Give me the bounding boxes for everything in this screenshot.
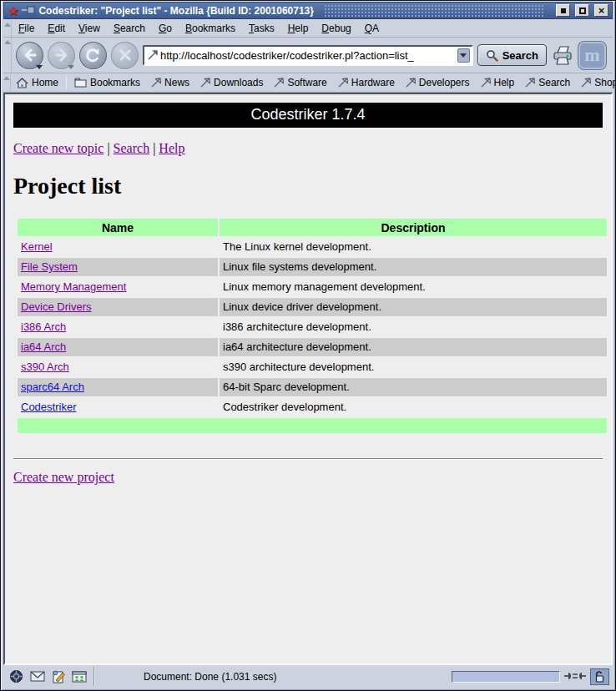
maximize-icon [579,8,586,14]
page-content: Codestriker 1.7.4 Create new topic | Sea… [3,93,613,665]
stop-button[interactable] [111,42,139,69]
table-row: Codestriker Codestriker development. [18,398,607,416]
bookmark-tag-icon [524,78,535,88]
bookmark-item-help[interactable]: Help [475,75,520,90]
back-dropdown-icon[interactable] [36,65,43,69]
url-bar[interactable] [143,45,473,66]
bookmark-item-search[interactable]: Search [519,75,575,90]
address-book-icon[interactable] [71,669,87,683]
title-bar[interactable]: ★ Codestriker: "Project list" - Mozilla … [3,2,613,19]
titlebar-texture [324,4,544,17]
composer-icon[interactable] [50,669,66,683]
navigation-toolbar: Search m [3,38,613,73]
menu-debug[interactable]: Debug [315,20,357,37]
back-button[interactable] [16,42,43,69]
bookmark-link-icon [147,49,159,61]
menu-help[interactable]: Help [281,20,316,37]
project-link[interactable]: File System [21,260,78,273]
url-input[interactable] [160,49,456,62]
bookmark-item-news[interactable]: News [145,75,194,90]
bookmark-label: Search [538,77,570,88]
home-icon [16,78,28,88]
menu-view[interactable]: View [72,20,107,37]
search-link[interactable]: Search [114,141,150,155]
bookmark-tag-icon [580,78,591,88]
table-row: i386 Arch i386 architecture development. [18,318,607,336]
bookmark-item-downloads[interactable]: Downloads [194,75,268,90]
bookmark-item-developers[interactable]: Developers [400,75,475,90]
project-link[interactable]: i386 Arch [21,320,66,333]
project-link[interactable]: Kernel [21,240,53,253]
table-row: Kernel The Linux kernel development. [18,238,607,256]
bookmark-label: Downloads [214,77,263,88]
close-button[interactable]: × [594,4,608,17]
bookmark-tag-icon [199,78,210,88]
project-description: Linux device driver development. [220,298,607,316]
close-icon: × [598,7,605,15]
menu-edit[interactable]: Edit [41,20,72,37]
create-new-project-link[interactable]: Create new project [13,470,114,484]
component-bar [5,667,94,686]
bookmark-item-shop[interactable]: Shop [575,75,616,90]
bookmark-label: Shop [594,77,616,88]
unlocked-padlock-icon [594,671,605,683]
search-button[interactable]: Search [477,44,547,66]
progress-bar [452,671,560,683]
bookmark-tag-icon [150,78,161,88]
reload-button[interactable] [79,42,107,69]
project-description: The Linux kernel development. [220,238,607,256]
project-description: Codestriker development. [220,398,607,416]
browser-window: ★ Codestriker: "Project list" - Mozilla … [0,0,616,691]
table-row: s390 Arch s390 architecture development. [18,358,607,376]
project-link[interactable]: Memory Management [21,280,126,293]
horizontal-rule [13,458,603,460]
url-dropdown-button[interactable] [457,48,470,63]
forward-button[interactable] [48,42,75,69]
menu-go[interactable]: Go [152,20,179,37]
maximize-button[interactable] [575,4,589,17]
project-description: Linux file systems development. [220,258,607,276]
menubar-grippy[interactable] [3,20,12,37]
table-footer-row [18,418,607,433]
folder-icon [74,78,87,88]
bookmark-item-home[interactable]: Home [11,75,63,90]
table-row: Device Drivers Linux device driver devel… [18,298,607,316]
project-description: i386 architecture development. [220,318,607,336]
print-button[interactable] [551,44,574,66]
forward-dropdown-icon[interactable] [68,65,74,69]
table-row: File System Linux file systems developme… [18,258,607,276]
help-link[interactable]: Help [159,141,184,155]
menu-file[interactable]: File [12,20,41,37]
navigator-icon[interactable] [8,669,24,683]
back-arrow-icon [23,48,38,63]
minimize-button[interactable] [556,4,570,17]
table-row: ia64 Arch ia64 architecture development. [18,338,607,356]
bookmark-item-software[interactable]: Software [268,75,331,90]
menu-qa[interactable]: QA [358,20,386,37]
mozilla-logo[interactable]: m [578,42,606,69]
create-new-topic-link[interactable]: Create new topic [13,141,104,155]
menu-bookmarks[interactable]: Bookmarks [179,20,242,37]
column-header-name: Name [18,219,218,236]
project-link[interactable]: s390 Arch [21,361,69,373]
bookmark-item-hardware[interactable]: Hardware [332,75,400,90]
project-link[interactable]: sparc64 Arch [21,381,84,393]
project-link[interactable]: Device Drivers [21,300,92,313]
mail-icon[interactable] [29,669,45,683]
table-row: Memory Management Linux memory managemen… [18,278,607,296]
menu-tasks[interactable]: Tasks [242,20,281,37]
online-plug-icon[interactable] [564,669,586,684]
bookmark-item-bookmarks[interactable]: Bookmarks [69,75,145,90]
forward-arrow-icon [54,48,69,63]
project-link[interactable]: Codestriker [21,401,76,413]
project-link[interactable]: ia64 Arch [21,340,66,353]
link-separator: | [153,141,155,155]
navbar-grippy[interactable] [3,38,12,73]
menu-search[interactable]: Search [107,20,152,37]
magnifier-icon [486,49,498,62]
bookmark-tag-icon [405,78,416,88]
personal-toolbar-grippy[interactable] [3,73,11,92]
bookmark-label: News [164,77,189,88]
security-lock-button[interactable] [590,668,609,685]
project-table: Name Description Kernel The Linux kernel… [16,217,608,435]
